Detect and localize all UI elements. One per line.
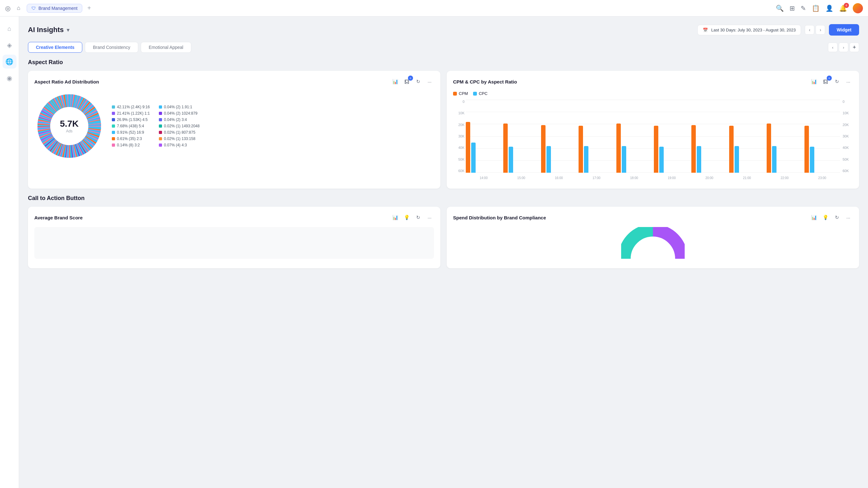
tabs-prev-button[interactable]: ‹	[828, 42, 837, 52]
spend-distribution-actions: 📊 💡 ↻ ···	[810, 213, 853, 222]
bar-label: 17:00	[593, 176, 600, 180]
cpc-bar	[471, 142, 476, 173]
donut-bar-chart-icon[interactable]: 📊	[391, 77, 400, 86]
donut-card-header: Aspect Ratio Ad Distribution 📊 ⛾ 6 ↻ ···	[34, 77, 434, 86]
donut-card: Aspect Ratio Ad Distribution 📊 ⛾ 6 ↻ ···	[28, 71, 440, 189]
bar-group-14: 14:00	[466, 122, 501, 173]
bottom-cards: Average Brand Score 📊 💡 ↻ ··· Spend Dist…	[28, 207, 859, 268]
bar-group-20: 20:00	[691, 125, 727, 173]
topbar: ◎ ⌂ 🛡 Brand Management + 🔍 ⊞ ✎ 📋 👤 🔔 6	[0, 0, 868, 17]
date-prev-button[interactable]: ‹	[805, 25, 814, 35]
avg-lightbulb-icon[interactable]: 💡	[402, 213, 411, 222]
sidebar-item-campaigns[interactable]: ◉	[3, 71, 17, 85]
aspect-ratio-cards: Aspect Ratio Ad Distribution 📊 ⛾ 6 ↻ ···	[28, 71, 859, 189]
avg-brand-score-actions: 📊 💡 ↻ ···	[391, 213, 434, 222]
tabs-bar: Creative Elements Brand Consistency Emot…	[28, 42, 859, 53]
search-icon[interactable]: 🔍	[776, 4, 784, 12]
legend-item: 0.14% (8) 3:2	[112, 143, 153, 147]
call-to-action-section-title: Call to Action Button	[28, 195, 859, 202]
cpc-bar	[622, 146, 626, 173]
tab-creative-elements[interactable]: Creative Elements	[28, 42, 82, 53]
bar-label: 18:00	[630, 176, 638, 180]
bar-filter-icon[interactable]: ⛾ 6	[821, 77, 830, 86]
date-next-button[interactable]: ›	[815, 25, 825, 35]
date-range-picker[interactable]: 📅 Last 30 Days: July 30, 2023 - August 3…	[698, 25, 801, 35]
main-layout: ⌂ ◈ 🌐 ◉ AI Insights ▾ 📅 Last 30 Days: Ju…	[0, 17, 868, 488]
cpc-bar	[697, 146, 701, 173]
cpm-label: CPM	[459, 91, 468, 96]
donut-center-value: 5.7K	[60, 119, 79, 129]
clipboard-icon[interactable]: 📋	[812, 4, 820, 12]
bar-label: 21:00	[743, 176, 751, 180]
sidebar: ⌂ ◈ 🌐 ◉	[0, 17, 19, 488]
tab-emotional-appeal[interactable]: Emotional Appeal	[141, 42, 191, 53]
cpm-bar	[691, 125, 696, 173]
edit-icon[interactable]: ✎	[801, 4, 806, 12]
sidebar-item-brand[interactable]: 🌐	[3, 55, 17, 69]
tabs-add-button[interactable]: +	[849, 42, 859, 52]
bar-label: 19:00	[668, 176, 676, 180]
legend-item: 0.02% (1) 133:158	[159, 136, 199, 141]
cpm-bar	[729, 126, 734, 173]
page-title[interactable]: AI Insights ▾	[28, 26, 69, 34]
cpc-dot	[473, 92, 477, 96]
add-tab-button[interactable]: +	[87, 4, 91, 12]
legend-item: 7.68% (438) 5:4	[112, 124, 153, 128]
logo-icon: ◎	[5, 4, 10, 12]
donut-filter-badge: 6	[408, 75, 413, 80]
cpc-bar	[509, 147, 513, 173]
bar-refresh-icon[interactable]: ↻	[832, 77, 841, 86]
spend-refresh-icon[interactable]: ↻	[832, 213, 841, 222]
bar-chart-content: CPM CPC 60K 50K 40K 30K	[453, 91, 853, 182]
bar-chart-card: CPM & CPC by Aspect Ratio 📊 ⛾ 6 ↻ ···	[447, 71, 859, 189]
donut-center: 5.7K Ads	[60, 119, 79, 133]
legend-item: 26.9% (1.53K) 4:5	[112, 118, 153, 122]
user-icon[interactable]: 👤	[826, 4, 833, 12]
main-content: AI Insights ▾ 📅 Last 30 Days: July 30, 2…	[19, 17, 868, 488]
spend-distribution-title: Spend Distribution by Brand Compliance	[453, 215, 546, 220]
avg-chart-icon[interactable]: 📊	[391, 213, 400, 222]
bar-chart-icon[interactable]: 📊	[810, 77, 818, 86]
grid-icon[interactable]: ⊞	[789, 4, 795, 12]
cpm-bar	[616, 124, 621, 173]
donut-filter-icon[interactable]: ⛾ 6	[402, 77, 411, 86]
cpm-bar	[503, 124, 508, 173]
cpm-dot	[453, 92, 457, 96]
spend-more-icon[interactable]: ···	[844, 213, 853, 222]
avg-more-icon[interactable]: ···	[425, 213, 434, 222]
bar-group-18: 18:00	[616, 124, 652, 173]
active-tab[interactable]: 🛡 Brand Management	[27, 4, 82, 13]
aspect-ratio-section-title: Aspect Ratio	[28, 59, 859, 66]
donut-chart: 5.7K Ads	[34, 91, 104, 161]
tab-brand-consistency[interactable]: Brand Consistency	[85, 42, 138, 53]
widget-button[interactable]: Widget	[829, 24, 859, 36]
donut-more-icon[interactable]: ···	[425, 77, 434, 86]
avg-refresh-icon[interactable]: ↻	[414, 213, 423, 222]
date-nav: ‹ ›	[805, 25, 825, 35]
spend-chart-icon[interactable]: 📊	[810, 213, 818, 222]
tabs-next-button[interactable]: ›	[839, 42, 848, 52]
avg-brand-score-card: Average Brand Score 📊 💡 ↻ ···	[28, 207, 440, 268]
donut-legend: 42.11% (2.4K) 9:16 0.04% (2) 1.91:1 21.4…	[112, 105, 199, 147]
page-title-dropdown-icon: ▾	[67, 27, 69, 33]
sidebar-item-home[interactable]: ⌂	[3, 22, 17, 36]
cpm-bar	[767, 124, 771, 173]
bar-label: 14:00	[480, 176, 488, 180]
cpc-legend: CPC	[473, 91, 487, 96]
cpm-bar	[804, 126, 809, 173]
donut-refresh-icon[interactable]: ↻	[414, 77, 423, 86]
date-range-text: Last 30 Days: July 30, 2023 - August 30,…	[711, 28, 796, 32]
legend-item: 0.07% (4) 4:3	[159, 143, 199, 147]
bar-group-19: 19:00	[654, 126, 689, 173]
spend-lightbulb-icon[interactable]: 💡	[821, 213, 830, 222]
home-icon[interactable]: ⌂	[17, 5, 20, 11]
tab-shield-icon: 🛡	[31, 6, 36, 11]
half-donut-svg	[621, 227, 685, 262]
avatar[interactable]	[853, 3, 863, 13]
notification-icon[interactable]: 🔔 6	[839, 4, 847, 12]
bar-chart-card-title: CPM & CPC by Aspect Ratio	[453, 79, 517, 85]
cpm-bar	[541, 125, 546, 173]
sidebar-item-analytics[interactable]: ◈	[3, 38, 17, 52]
bar-more-icon[interactable]: ···	[844, 77, 853, 86]
bar-label: 20:00	[705, 176, 713, 180]
